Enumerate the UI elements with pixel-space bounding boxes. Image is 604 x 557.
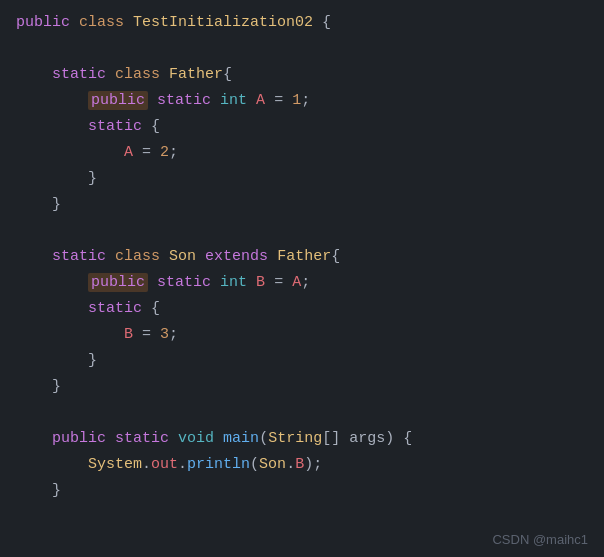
token: out <box>151 456 178 473</box>
line-content: public static int A = 1; <box>0 89 310 113</box>
token <box>106 248 115 265</box>
code-line <box>0 400 604 426</box>
token: class <box>115 66 160 83</box>
code-line <box>0 218 604 244</box>
token: static <box>157 92 211 109</box>
line-content: } <box>0 479 61 503</box>
token: ; <box>301 274 310 291</box>
token: public <box>88 273 148 292</box>
line-content: } <box>0 375 61 399</box>
line-content: public class TestInitialization02 { <box>0 11 331 35</box>
token <box>196 248 205 265</box>
code-line: public static int A = 1; <box>0 88 604 114</box>
token <box>211 274 220 291</box>
token: { <box>223 66 232 83</box>
token: extends <box>205 248 268 265</box>
line-content: public static int B = A; <box>0 271 310 295</box>
token: } <box>52 378 61 395</box>
token <box>148 274 157 291</box>
code-line: } <box>0 192 604 218</box>
token: ; <box>169 144 178 161</box>
line-content: System.out.println(Son.B); <box>0 453 322 477</box>
token: B <box>295 456 304 473</box>
token: A <box>292 274 301 291</box>
token: } <box>88 352 97 369</box>
token: String <box>268 430 322 447</box>
token: static <box>52 248 106 265</box>
token <box>124 14 133 31</box>
token: { <box>331 248 340 265</box>
line-content: B = 3; <box>0 323 178 347</box>
code-line: } <box>0 348 604 374</box>
line-content: static class Son extends Father{ <box>0 245 340 269</box>
token: . <box>142 456 151 473</box>
token <box>247 92 256 109</box>
token: Father <box>277 248 331 265</box>
token <box>106 66 115 83</box>
code-line: static class Son extends Father{ <box>0 244 604 270</box>
line-content: } <box>0 193 61 217</box>
token: ( <box>250 456 259 473</box>
code-line: A = 2; <box>0 140 604 166</box>
token: { <box>142 300 160 317</box>
token: 1 <box>292 92 301 109</box>
token: } <box>52 196 61 213</box>
token <box>106 430 115 447</box>
token <box>169 430 178 447</box>
token: int <box>220 92 247 109</box>
token: println <box>187 456 250 473</box>
token: System <box>88 456 142 473</box>
line-content: static class Father{ <box>0 63 232 87</box>
code-line: public static void main(String[] args) { <box>0 426 604 452</box>
token <box>160 66 169 83</box>
line-content: static { <box>0 297 160 321</box>
token: public <box>88 91 148 110</box>
token: void <box>178 430 214 447</box>
token <box>148 92 157 109</box>
token: class <box>79 14 124 31</box>
token: ); <box>304 456 322 473</box>
token: A <box>256 92 265 109</box>
token: = <box>133 326 160 343</box>
token: 2 <box>160 144 169 161</box>
code-line: } <box>0 166 604 192</box>
token: int <box>220 274 247 291</box>
token: static <box>88 300 142 317</box>
token <box>211 92 220 109</box>
watermark: CSDN @maihc1 <box>492 532 588 547</box>
token: static <box>88 118 142 135</box>
code-line: static { <box>0 114 604 140</box>
token: B <box>256 274 265 291</box>
token: Son <box>169 248 196 265</box>
line-content: static { <box>0 115 160 139</box>
token: } <box>52 482 61 499</box>
token: Father <box>169 66 223 83</box>
token: main <box>223 430 259 447</box>
token <box>214 430 223 447</box>
code-line: public static int B = A; <box>0 270 604 296</box>
code-line: static { <box>0 296 604 322</box>
token: static <box>115 430 169 447</box>
code-editor: public class TestInitialization02 { stat… <box>0 0 604 557</box>
token: { <box>313 14 331 31</box>
line-content: } <box>0 349 97 373</box>
token: = <box>133 144 160 161</box>
token: Son <box>259 456 286 473</box>
token: { <box>142 118 160 135</box>
token: TestInitialization02 <box>133 14 313 31</box>
token: ; <box>301 92 310 109</box>
token: [] args) { <box>322 430 412 447</box>
token: . <box>178 456 187 473</box>
token: ( <box>259 430 268 447</box>
code-line <box>0 36 604 62</box>
code-line: System.out.println(Son.B); <box>0 452 604 478</box>
code-line: } <box>0 374 604 400</box>
token: ; <box>169 326 178 343</box>
code-line: } <box>0 478 604 504</box>
token: class <box>115 248 160 265</box>
token: static <box>157 274 211 291</box>
token: = <box>265 274 292 291</box>
token: = <box>265 92 292 109</box>
token: B <box>124 326 133 343</box>
line-content: public static void main(String[] args) { <box>0 427 412 451</box>
